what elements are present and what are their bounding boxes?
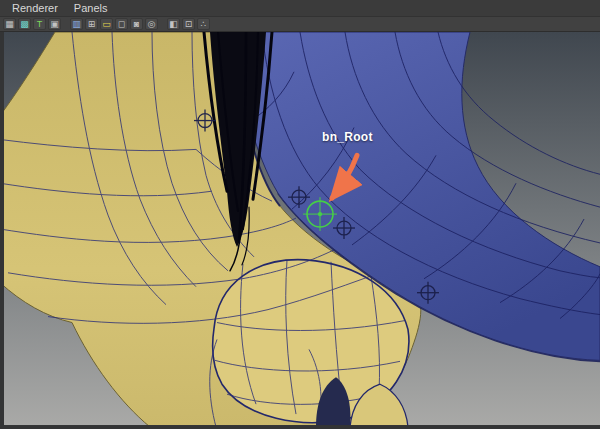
wireframe-on-shaded-icon[interactable]: ▣ — [48, 18, 61, 30]
isolate-select-icon[interactable]: ◧ — [167, 18, 180, 30]
panel-menubar: Renderer Panels — [0, 0, 600, 17]
toolbar-separator — [160, 18, 165, 30]
viewport-3d[interactable]: bn_Root — [0, 32, 600, 429]
panel-toolbar: ▦ ▩ T ▣ ▥ ⊞ ▭ ◻ ◙ ◎ ◧ ⊡ ∴ — [0, 17, 600, 32]
menu-panels[interactable]: Panels — [66, 0, 116, 16]
pan-zoom-icon[interactable]: ⊡ — [182, 18, 195, 30]
grid-icon[interactable]: ⊞ — [85, 18, 98, 30]
maya-panel-window: Renderer Panels ▦ ▩ T ▣ ▥ ⊞ ▭ ◻ ◙ ◎ ◧ ⊡ … — [0, 0, 600, 429]
gate-mask-icon[interactable]: ◙ — [130, 18, 143, 30]
image-plane-icon[interactable]: ▥ — [70, 18, 83, 30]
share-icon[interactable]: ∴ — [197, 18, 210, 30]
toolbar-separator — [63, 18, 68, 30]
joint-label: bn_Root — [322, 130, 373, 144]
film-gate-icon[interactable]: ▭ — [100, 18, 113, 30]
texture-icon[interactable]: T — [33, 18, 46, 30]
resolution-gate-icon[interactable]: ◻ — [115, 18, 128, 30]
safe-action-icon[interactable]: ◎ — [145, 18, 158, 30]
viewport-edge-bottom — [0, 425, 600, 429]
viewport-edge-left — [0, 32, 4, 429]
layout-icon[interactable]: ▦ — [3, 18, 16, 30]
menu-renderer[interactable]: Renderer — [4, 0, 66, 16]
xray-joints-icon[interactable]: ▩ — [18, 18, 31, 30]
viewport-canvas[interactable] — [0, 32, 600, 429]
